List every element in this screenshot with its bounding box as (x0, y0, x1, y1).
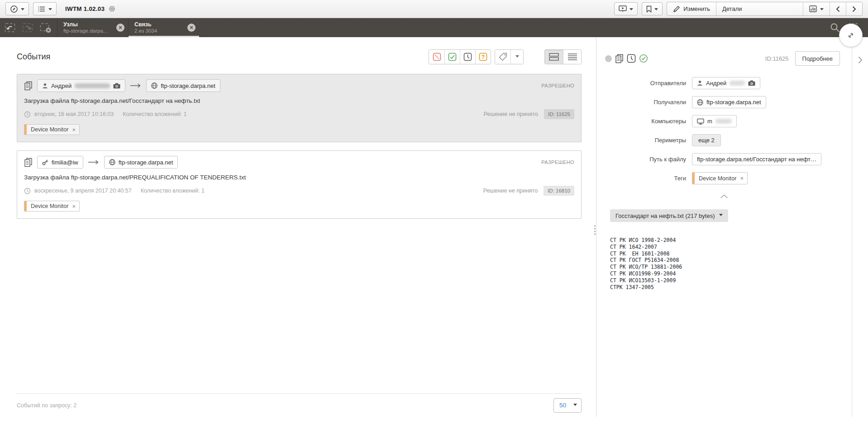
event-attachments: Количество вложений: 1 (141, 188, 205, 194)
tab-link[interactable]: Связь 2 из 3034 × (128, 18, 199, 37)
remove-tag-icon[interactable]: × (740, 175, 747, 182)
remove-tag-icon[interactable]: × (72, 203, 79, 210)
bookmark-icon (646, 5, 652, 13)
decision-label: Решение не принято (484, 111, 538, 117)
chevron-up-icon (720, 194, 728, 198)
key-icon (42, 159, 48, 165)
details-button[interactable]: Детали (716, 2, 803, 15)
globe-host-icon (151, 82, 157, 89)
expand-fab[interactable] (839, 24, 863, 47)
sender-chip[interactable]: Андрей (692, 77, 760, 89)
status-dot-icon (605, 55, 612, 62)
events-count: Событий по запросу: 2 (17, 402, 76, 409)
arrow-right-icon (130, 83, 142, 88)
pencil-icon (673, 5, 680, 13)
recipient-name: ftp-storage.darpa.net (161, 82, 215, 89)
question-filter-button[interactable]: ? (475, 50, 491, 64)
event-title: Загрузка файла ftp-storage.darpa.net/Гос… (24, 97, 574, 105)
top-toolbar: IWTM 1.02.03 Изменить Детали (0, 0, 868, 18)
close-icon[interactable]: × (187, 24, 196, 32)
attachment-row: Госстандарт на нефть.txt (217 bytes) (596, 209, 852, 222)
tab-nodes[interactable]: Узлы ftp-storage.darpa... × (57, 18, 128, 37)
clear-selection-icon[interactable] (40, 22, 52, 33)
globe-host-icon (697, 99, 703, 106)
undo-selection-icon[interactable] (5, 22, 16, 33)
panel-edge-strip (852, 37, 868, 417)
computer-chip[interactable]: m (692, 115, 737, 127)
events-footer: Событий по запросу: 2 50 (17, 393, 582, 417)
list-view-button[interactable] (563, 50, 581, 64)
chevron-down-icon (48, 8, 52, 12)
copy-icon (24, 81, 33, 91)
sender-name: Андрей (51, 82, 72, 89)
copy-icon (24, 158, 33, 167)
tag-filter-button[interactable] (495, 50, 510, 64)
allowed-filter-icon (448, 53, 457, 61)
field-label: Теги (596, 175, 686, 182)
globe-host-icon (109, 159, 115, 165)
person-icon (42, 83, 48, 89)
cards-view-button[interactable] (545, 50, 563, 64)
field-senders: Отправители Андрей (596, 77, 852, 89)
chevron-down-icon (573, 404, 577, 408)
content-area: События ? (0, 37, 868, 417)
event-datetime: воскресенье, 9 апреля 2017 20:40:57 (34, 188, 132, 194)
recipient-chip[interactable]: ftp-storage.darpa.net (146, 79, 220, 92)
prev-button[interactable] (830, 2, 846, 15)
allowed-filter-button[interactable] (444, 50, 460, 64)
allowed-status-icon (639, 54, 648, 63)
field-file-path: Путь к файлу ftp-storage.darpa.net/Госст… (596, 153, 852, 165)
perimeters-more-chip[interactable]: еще 2 (692, 134, 721, 146)
remove-tag-icon[interactable]: × (72, 126, 79, 133)
collapse-fields-button[interactable] (596, 194, 852, 198)
chevron-down-icon (654, 8, 658, 12)
field-label: Получатели (596, 99, 686, 106)
event-card[interactable]: fimilia@iw ftp-storage.darpa.net РАЗРЕШЕ… (17, 150, 582, 219)
verdict-filter-group: ? (429, 49, 491, 64)
close-icon[interactable]: × (116, 24, 124, 32)
file-content: СТ РК ИСО 1998-2-2004 СТ РК 1642-2007 СТ… (610, 237, 852, 290)
computer-name: m (707, 118, 712, 125)
attachment-select[interactable]: Госстандарт на нефть.txt (217 bytes) (610, 209, 728, 222)
field-label: Отправители (596, 80, 686, 87)
tag-chip[interactable]: Device Monitor × (24, 201, 80, 212)
camera-icon (748, 80, 755, 86)
tag-chip[interactable]: Device Monitor × (24, 124, 80, 135)
tag-label: Device Monitor (695, 175, 740, 182)
file-path-chip[interactable]: ftp-storage.darpa.net/Госстандарт на неф… (692, 153, 821, 165)
redo-selection-icon[interactable] (22, 22, 34, 33)
tag-chip[interactable]: Device Monitor × (692, 172, 748, 184)
edit-button[interactable]: Изменить (667, 2, 716, 15)
search-icon[interactable] (830, 23, 840, 33)
collapse-panel-icon[interactable] (858, 56, 863, 64)
event-tags: Device Monitor × (24, 124, 574, 136)
sender-chip[interactable]: Андрей (37, 79, 125, 92)
recipient-chip[interactable]: ftp-storage.darpa.net (692, 96, 766, 108)
details-status-icons (605, 54, 648, 63)
question-filter-icon: ? (479, 53, 487, 61)
event-id-badge: ID: 16810 (544, 186, 574, 196)
presentation-menu-button[interactable] (614, 2, 638, 15)
navigation-menu-button[interactable] (5, 2, 29, 15)
details-more-button[interactable]: Подробнее (795, 51, 840, 66)
sender-name: fimilia@iw (52, 159, 78, 166)
event-card[interactable]: Андрей ftp-storage.darpa.net РАЗРЕШЕНО З… (17, 74, 582, 142)
app-title: IWTM 1.02.03 (65, 5, 105, 12)
event-attachments: Количество вложений: 1 (123, 111, 186, 117)
blocked-filter-button[interactable] (429, 50, 444, 64)
recipient-chip[interactable]: ftp-storage.darpa.net (104, 156, 178, 169)
tag-filter-dropdown[interactable] (510, 50, 523, 64)
page-size-select[interactable]: 50 (553, 398, 582, 413)
next-button[interactable] (846, 2, 862, 15)
page-title: События (17, 52, 50, 62)
tag-filter-group (495, 49, 524, 64)
pending-filter-button[interactable] (460, 50, 475, 64)
tag-label: Device Monitor (27, 203, 72, 209)
chevron-right-icon (852, 6, 856, 12)
list-menu-button[interactable] (33, 2, 57, 15)
bookmarks-menu-button[interactable] (642, 2, 663, 15)
sender-chip[interactable]: fimilia@iw (37, 156, 83, 169)
details-header: ID:11625 Подробнее (596, 52, 852, 65)
chart-menu-button[interactable] (803, 2, 830, 15)
divider-handle[interactable] (594, 225, 596, 235)
